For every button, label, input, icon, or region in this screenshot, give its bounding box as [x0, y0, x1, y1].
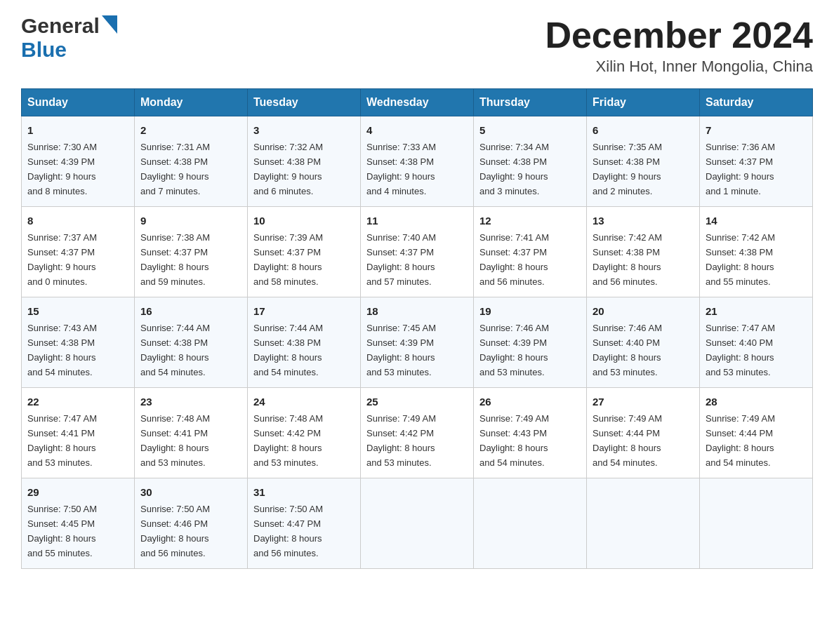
day-number: 3: [253, 122, 355, 138]
day-info: Sunrise: 7:43 AM Sunset: 4:38 PM Dayligh…: [27, 323, 97, 377]
day-info: Sunrise: 7:32 AM Sunset: 4:38 PM Dayligh…: [253, 142, 323, 196]
day-info: Sunrise: 7:49 AM Sunset: 4:44 PM Dayligh…: [706, 413, 775, 468]
day-info: Sunrise: 7:34 AM Sunset: 4:38 PM Dayligh…: [479, 142, 549, 196]
day-number: 31: [253, 484, 355, 500]
day-number: 10: [253, 213, 355, 229]
logo-general-text: General: [21, 14, 100, 38]
calendar-day-cell: 4 Sunrise: 7:33 AM Sunset: 4:38 PM Dayli…: [361, 116, 474, 207]
day-info: Sunrise: 7:35 AM Sunset: 4:38 PM Dayligh…: [593, 142, 662, 196]
day-info: Sunrise: 7:33 AM Sunset: 4:38 PM Dayligh…: [366, 142, 436, 196]
day-number: 23: [140, 394, 241, 410]
calendar-day-cell: 22 Sunrise: 7:47 AM Sunset: 4:41 PM Dayl…: [22, 387, 135, 478]
logo-triangle-icon: [102, 15, 117, 36]
calendar-day-cell: 16 Sunrise: 7:44 AM Sunset: 4:38 PM Dayl…: [135, 297, 248, 387]
day-info: Sunrise: 7:47 AM Sunset: 4:40 PM Dayligh…: [706, 323, 775, 377]
logo: General Blue: [21, 14, 117, 62]
calendar-day-cell: 8 Sunrise: 7:37 AM Sunset: 4:37 PM Dayli…: [22, 206, 135, 297]
day-number: 15: [27, 303, 128, 319]
day-info: Sunrise: 7:46 AM Sunset: 4:39 PM Dayligh…: [479, 323, 549, 377]
calendar-day-cell: 28 Sunrise: 7:49 AM Sunset: 4:44 PM Dayl…: [700, 387, 813, 478]
day-number: 13: [593, 213, 694, 229]
day-number: 5: [479, 122, 581, 138]
page-title: December 2024: [545, 14, 813, 56]
day-number: 11: [366, 213, 468, 229]
day-number: 8: [27, 213, 128, 229]
day-number: 9: [140, 213, 241, 229]
calendar-day-cell: 18 Sunrise: 7:45 AM Sunset: 4:39 PM Dayl…: [361, 297, 474, 387]
day-info: Sunrise: 7:48 AM Sunset: 4:41 PM Dayligh…: [140, 413, 210, 468]
calendar-week-row: 8 Sunrise: 7:37 AM Sunset: 4:37 PM Dayli…: [22, 206, 813, 297]
day-info: Sunrise: 7:41 AM Sunset: 4:37 PM Dayligh…: [479, 232, 549, 287]
day-number: 16: [140, 303, 241, 319]
day-number: 4: [366, 122, 468, 138]
day-info: Sunrise: 7:46 AM Sunset: 4:40 PM Dayligh…: [593, 323, 662, 377]
day-number: 28: [706, 394, 807, 410]
day-number: 20: [593, 303, 694, 319]
weekday-header-sunday: Sunday: [22, 89, 135, 116]
calendar-day-cell: 14 Sunrise: 7:42 AM Sunset: 4:38 PM Dayl…: [700, 206, 813, 297]
day-info: Sunrise: 7:30 AM Sunset: 4:39 PM Dayligh…: [27, 142, 97, 196]
calendar-day-cell: [700, 478, 813, 568]
day-number: 6: [593, 122, 694, 138]
day-info: Sunrise: 7:40 AM Sunset: 4:37 PM Dayligh…: [366, 232, 436, 287]
day-info: Sunrise: 7:50 AM Sunset: 4:45 PM Dayligh…: [27, 504, 97, 558]
calendar-day-cell: 31 Sunrise: 7:50 AM Sunset: 4:47 PM Dayl…: [248, 478, 361, 568]
calendar-table: SundayMondayTuesdayWednesdayThursdayFrid…: [21, 88, 813, 569]
calendar-day-cell: 27 Sunrise: 7:49 AM Sunset: 4:44 PM Dayl…: [587, 387, 700, 478]
day-number: 30: [140, 484, 241, 500]
logo-blue-text: Blue: [21, 38, 67, 61]
calendar-day-cell: [361, 478, 474, 568]
day-info: Sunrise: 7:47 AM Sunset: 4:41 PM Dayligh…: [27, 413, 97, 468]
svg-marker-0: [102, 15, 117, 34]
day-number: 27: [593, 394, 694, 410]
day-info: Sunrise: 7:44 AM Sunset: 4:38 PM Dayligh…: [253, 323, 323, 377]
calendar-day-cell: 29 Sunrise: 7:50 AM Sunset: 4:45 PM Dayl…: [22, 478, 135, 568]
day-number: 2: [140, 122, 241, 138]
weekday-header-wednesday: Wednesday: [361, 89, 474, 116]
day-info: Sunrise: 7:50 AM Sunset: 4:46 PM Dayligh…: [140, 504, 210, 558]
calendar-day-cell: 6 Sunrise: 7:35 AM Sunset: 4:38 PM Dayli…: [587, 116, 700, 207]
day-info: Sunrise: 7:31 AM Sunset: 4:38 PM Dayligh…: [140, 142, 210, 196]
day-number: 17: [253, 303, 355, 319]
calendar-week-row: 1 Sunrise: 7:30 AM Sunset: 4:39 PM Dayli…: [22, 116, 813, 207]
day-info: Sunrise: 7:49 AM Sunset: 4:44 PM Dayligh…: [593, 413, 662, 468]
day-number: 22: [27, 394, 128, 410]
calendar-day-cell: 1 Sunrise: 7:30 AM Sunset: 4:39 PM Dayli…: [22, 116, 135, 207]
weekday-header-saturday: Saturday: [700, 89, 813, 116]
weekday-header-friday: Friday: [587, 89, 700, 116]
calendar-day-cell: 10 Sunrise: 7:39 AM Sunset: 4:37 PM Dayl…: [248, 206, 361, 297]
day-number: 21: [706, 303, 807, 319]
page-header: General Blue December 2024 Xilin Hot, In…: [21, 14, 813, 76]
day-info: Sunrise: 7:42 AM Sunset: 4:38 PM Dayligh…: [706, 232, 775, 287]
calendar-week-row: 22 Sunrise: 7:47 AM Sunset: 4:41 PM Dayl…: [22, 387, 813, 478]
day-info: Sunrise: 7:49 AM Sunset: 4:42 PM Dayligh…: [366, 413, 436, 468]
day-info: Sunrise: 7:36 AM Sunset: 4:37 PM Dayligh…: [706, 142, 775, 196]
page-subtitle: Xilin Hot, Inner Mongolia, China: [545, 58, 813, 76]
weekday-header-row: SundayMondayTuesdayWednesdayThursdayFrid…: [22, 89, 813, 116]
day-number: 26: [479, 394, 581, 410]
calendar-day-cell: 3 Sunrise: 7:32 AM Sunset: 4:38 PM Dayli…: [248, 116, 361, 207]
calendar-day-cell: 23 Sunrise: 7:48 AM Sunset: 4:41 PM Dayl…: [135, 387, 248, 478]
calendar-day-cell: 12 Sunrise: 7:41 AM Sunset: 4:37 PM Dayl…: [474, 206, 587, 297]
calendar-day-cell: 24 Sunrise: 7:48 AM Sunset: 4:42 PM Dayl…: [248, 387, 361, 478]
weekday-header-thursday: Thursday: [474, 89, 587, 116]
calendar-week-row: 15 Sunrise: 7:43 AM Sunset: 4:38 PM Dayl…: [22, 297, 813, 387]
day-info: Sunrise: 7:45 AM Sunset: 4:39 PM Dayligh…: [366, 323, 436, 377]
calendar-day-cell: 5 Sunrise: 7:34 AM Sunset: 4:38 PM Dayli…: [474, 116, 587, 207]
weekday-header-tuesday: Tuesday: [248, 89, 361, 116]
calendar-day-cell: 21 Sunrise: 7:47 AM Sunset: 4:40 PM Dayl…: [700, 297, 813, 387]
calendar-day-cell: 11 Sunrise: 7:40 AM Sunset: 4:37 PM Dayl…: [361, 206, 474, 297]
title-block: December 2024 Xilin Hot, Inner Mongolia,…: [545, 14, 813, 76]
day-info: Sunrise: 7:48 AM Sunset: 4:42 PM Dayligh…: [253, 413, 323, 468]
day-info: Sunrise: 7:49 AM Sunset: 4:43 PM Dayligh…: [479, 413, 549, 468]
calendar-day-cell: 15 Sunrise: 7:43 AM Sunset: 4:38 PM Dayl…: [22, 297, 135, 387]
day-info: Sunrise: 7:37 AM Sunset: 4:37 PM Dayligh…: [27, 232, 97, 287]
weekday-header-monday: Monday: [135, 89, 248, 116]
day-number: 14: [706, 213, 807, 229]
calendar-day-cell: 25 Sunrise: 7:49 AM Sunset: 4:42 PM Dayl…: [361, 387, 474, 478]
calendar-day-cell: 19 Sunrise: 7:46 AM Sunset: 4:39 PM Dayl…: [474, 297, 587, 387]
calendar-day-cell: 7 Sunrise: 7:36 AM Sunset: 4:37 PM Dayli…: [700, 116, 813, 207]
day-number: 19: [479, 303, 581, 319]
day-number: 29: [27, 484, 128, 500]
calendar-day-cell: 13 Sunrise: 7:42 AM Sunset: 4:38 PM Dayl…: [587, 206, 700, 297]
